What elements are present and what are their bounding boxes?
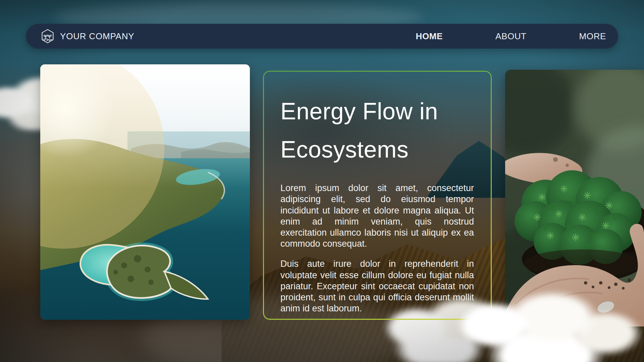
navbar: YOUR COMPANY HOME ABOUT MORE xyxy=(26,24,618,49)
card-title: Energy Flow in Ecosystems xyxy=(280,92,474,169)
cloud xyxy=(434,275,644,362)
nav-link-about[interactable]: ABOUT xyxy=(495,31,527,42)
coastline-photo xyxy=(40,64,250,320)
brand[interactable]: YOUR COMPANY xyxy=(40,28,134,44)
brand-name: YOUR COMPANY xyxy=(60,31,134,42)
card-paragraph-1: Lorem ipsum dolor sit amet, consectetur … xyxy=(280,183,474,249)
nav-link-home[interactable]: HOME xyxy=(416,31,443,42)
page: YOUR COMPANY HOME ABOUT MORE xyxy=(0,0,644,362)
nav-links: HOME ABOUT MORE xyxy=(416,31,606,42)
nav-link-more[interactable]: MORE xyxy=(579,31,606,42)
seedling-hexagon-icon xyxy=(40,28,55,44)
